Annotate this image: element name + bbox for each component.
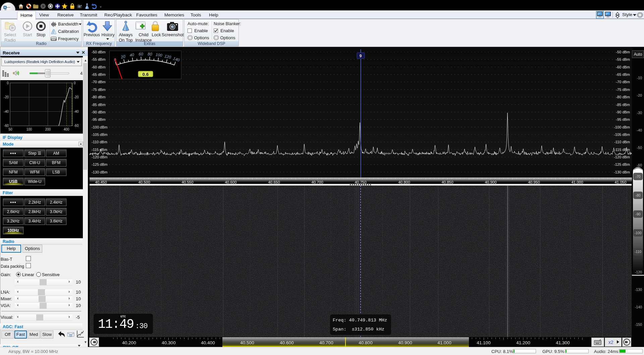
svg-text:-60: -60: [4, 124, 9, 128]
svg-text:-50 dBm: -50 dBm: [92, 50, 106, 54]
svg-text:40.650: 40.650: [268, 180, 280, 184]
svg-text:-140: -140: [635, 305, 642, 309]
svg-text:9: 9: [360, 54, 362, 58]
svg-text:-150: -150: [635, 322, 642, 326]
svg-text:-90: -90: [635, 212, 640, 216]
svg-text:-85 dBm: -85 dBm: [92, 103, 106, 107]
svg-text:-120 dBm: -120 dBm: [92, 155, 108, 159]
svg-text:-70 dBm: -70 dBm: [92, 80, 106, 84]
svg-text:-120 dBm: -120 dBm: [614, 155, 630, 159]
svg-text:0: 0: [7, 81, 9, 85]
svg-text:40.500: 40.500: [240, 340, 254, 345]
svg-text:40.300: 40.300: [162, 340, 175, 345]
svg-text:40.200: 40.200: [122, 340, 136, 345]
svg-text:41.100: 41.100: [477, 340, 490, 345]
svg-text:-50: -50: [637, 146, 642, 150]
svg-text:-80: -80: [635, 193, 640, 197]
svg-text:40.850: 40.850: [441, 180, 453, 184]
svg-text:40.800: 40.800: [398, 180, 410, 184]
svg-text:40.550: 40.550: [181, 180, 193, 184]
svg-text:-40: -40: [74, 110, 79, 113]
svg-text:40.750: 40.750: [355, 180, 366, 184]
svg-text:-20: -20: [74, 95, 79, 99]
svg-text:41.000: 41.000: [571, 180, 583, 184]
svg-text:-110 dBm: -110 dBm: [614, 140, 630, 144]
svg-text:40.700: 40.700: [311, 180, 323, 184]
svg-text:80: 80: [148, 52, 152, 56]
svg-text:-100 dBm: -100 dBm: [614, 125, 630, 129]
svg-text:-110 dBm: -110 dBm: [92, 140, 107, 144]
svg-text:-85 dBm: -85 dBm: [616, 103, 630, 107]
svg-text:41.000: 41.000: [437, 340, 451, 345]
svg-text:-60: -60: [74, 124, 79, 128]
svg-text:-10: -10: [637, 76, 642, 80]
svg-text:-100: -100: [634, 231, 641, 235]
svg-text:-70 dBm: -70 dBm: [616, 80, 630, 84]
svg-text:-95 dBm: -95 dBm: [92, 117, 106, 121]
svg-text:-115 dBm: -115 dBm: [614, 148, 630, 152]
svg-text:41.200: 41.200: [516, 340, 530, 345]
svg-text:-70: -70: [635, 174, 640, 179]
svg-text:40.500: 40.500: [138, 180, 150, 184]
svg-text:40.700: 40.700: [319, 340, 333, 345]
svg-text:40.900: 40.900: [485, 180, 496, 184]
svg-text:40: 40: [129, 52, 135, 58]
svg-text:400: 400: [64, 128, 69, 131]
svg-text:41.050: 41.050: [614, 180, 626, 184]
svg-text:-105 dBm: -105 dBm: [614, 133, 630, 137]
svg-text:-60 dBm: -60 dBm: [616, 65, 630, 69]
svg-text:-110: -110: [635, 250, 641, 254]
svg-text:0.6: 0.6: [143, 72, 149, 77]
svg-text:40.800: 40.800: [359, 340, 372, 345]
svg-text:40.400: 40.400: [201, 340, 215, 345]
svg-text:-125 dBm: -125 dBm: [92, 162, 108, 166]
svg-text:40.600: 40.600: [225, 180, 236, 184]
svg-text:-75 dBm: -75 dBm: [616, 88, 630, 92]
svg-text:-60 dBm: -60 dBm: [92, 65, 106, 69]
svg-text:-120: -120: [635, 270, 642, 274]
svg-text:-30: -30: [637, 111, 642, 115]
svg-text:40.950: 40.950: [528, 180, 540, 184]
svg-text:-125 dBm: -125 dBm: [614, 162, 630, 166]
svg-text:40.450: 40.450: [95, 180, 107, 184]
svg-text:-80 dBm: -80 dBm: [616, 95, 630, 99]
svg-text:-20: -20: [4, 95, 9, 99]
svg-text:-65 dBm: -65 dBm: [92, 72, 106, 77]
svg-text:-130: -130: [635, 288, 642, 292]
svg-text:Auto: Auto: [634, 52, 642, 57]
svg-text:-65 dBm: -65 dBm: [616, 72, 630, 77]
svg-text:-55 dBm: -55 dBm: [616, 57, 630, 61]
svg-text:60: 60: [139, 52, 143, 56]
svg-text:-90 dBm: -90 dBm: [616, 110, 630, 114]
svg-text:200: 200: [45, 128, 51, 131]
svg-text:-20: -20: [637, 93, 642, 97]
svg-text:-105 dBm: -105 dBm: [92, 133, 108, 137]
svg-text:-80 dBm: -80 dBm: [92, 95, 106, 99]
svg-text:-95 dBm: -95 dBm: [616, 117, 630, 121]
svg-text:-50 dBm: -50 dBm: [616, 50, 630, 54]
svg-text:40.600: 40.600: [280, 340, 293, 345]
svg-text:0: 0: [74, 81, 76, 85]
svg-text:-130 dBm: -130 dBm: [614, 170, 630, 174]
svg-text:40.900: 40.900: [398, 340, 412, 345]
svg-text:-60: -60: [637, 163, 642, 167]
svg-text:41.300: 41.300: [556, 340, 570, 345]
svg-text:-130 dBm: -130 dBm: [92, 170, 108, 174]
svg-text:-90 dBm: -90 dBm: [92, 110, 106, 114]
svg-text:-100 dBm: -100 dBm: [92, 125, 108, 129]
svg-text:-75 dBm: -75 dBm: [92, 88, 106, 92]
svg-text:100: 100: [26, 128, 32, 131]
svg-text:-115 dBm: -115 dBm: [92, 148, 107, 152]
svg-text:100: 100: [155, 52, 163, 58]
svg-text:50: 50: [8, 128, 12, 131]
svg-text:-40: -40: [4, 110, 9, 113]
svg-text:-55 dBm: -55 dBm: [92, 57, 106, 61]
svg-text:-40: -40: [637, 128, 642, 132]
